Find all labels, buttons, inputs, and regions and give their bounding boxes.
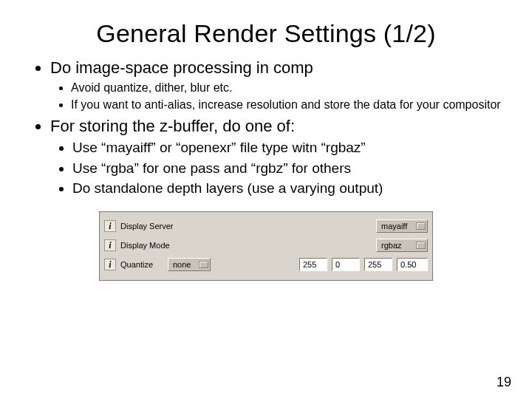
bullet-list: Do image-space processing in comp Avoid … xyxy=(30,58,502,198)
slide: General Render Settings (1/2) Do image-s… xyxy=(0,0,532,399)
row-display-server: i Display Server mayaiff xyxy=(104,216,428,236)
quantize-input-2[interactable]: 0 xyxy=(332,258,360,271)
dropdown-handle-icon xyxy=(199,261,208,268)
bullet-1: Do image-space processing in comp xyxy=(50,58,502,78)
info-icon[interactable]: i xyxy=(104,239,116,251)
settings-panel-wrap: i Display Server mayaiff i Display Mode … xyxy=(30,211,502,281)
info-icon[interactable]: i xyxy=(104,259,116,270)
info-icon[interactable]: i xyxy=(104,220,116,232)
bullet-2a: Use “mayaiff” or “openexr” file type wit… xyxy=(72,139,502,157)
quantize-label: Quantize xyxy=(120,260,163,269)
bullet-1a: Avoid quantize, dither, blur etc. xyxy=(71,81,502,95)
quantize-dropdown-value: none xyxy=(173,260,191,269)
page-number: 19 xyxy=(497,375,511,390)
display-mode-dropdown[interactable]: rgbaz xyxy=(376,239,428,252)
display-server-value: mayaiff xyxy=(381,222,407,231)
display-server-label: Display Server xyxy=(120,222,191,231)
dropdown-handle-icon xyxy=(416,222,426,230)
slide-title: General Render Settings (1/2) xyxy=(30,19,502,48)
quantize-input-3[interactable]: 255 xyxy=(364,258,392,271)
bullet-2: For storing the z-buffer, do one of: xyxy=(50,117,502,136)
row-display-mode: i Display Mode rgbaz xyxy=(104,236,428,255)
row-quantize: i Quantize none 255 0 255 0.50 xyxy=(104,255,428,274)
dropdown-handle-icon xyxy=(416,242,426,249)
bullet-2-sublist: Use “mayaiff” or “openexr” file type wit… xyxy=(50,139,502,198)
quantize-input-4[interactable]: 0.50 xyxy=(397,258,428,271)
display-mode-label: Display Mode xyxy=(120,241,191,250)
settings-panel: i Display Server mayaiff i Display Mode … xyxy=(99,211,433,281)
bullet-1-sublist: Avoid quantize, dither, blur etc. If you… xyxy=(50,81,502,112)
quantize-input-1[interactable]: 255 xyxy=(299,258,327,271)
display-server-dropdown[interactable]: mayaiff xyxy=(376,219,428,233)
bullet-1b: If you want to anti-alias, increase reso… xyxy=(71,98,502,112)
bullet-2b: Use “rgba” for one pass and “rgbz” for o… xyxy=(72,160,502,178)
quantize-dropdown[interactable]: none xyxy=(168,258,211,271)
display-mode-value: rgbaz xyxy=(381,241,402,250)
bullet-2c: Do standalone depth layers (use a varyin… xyxy=(72,180,502,198)
